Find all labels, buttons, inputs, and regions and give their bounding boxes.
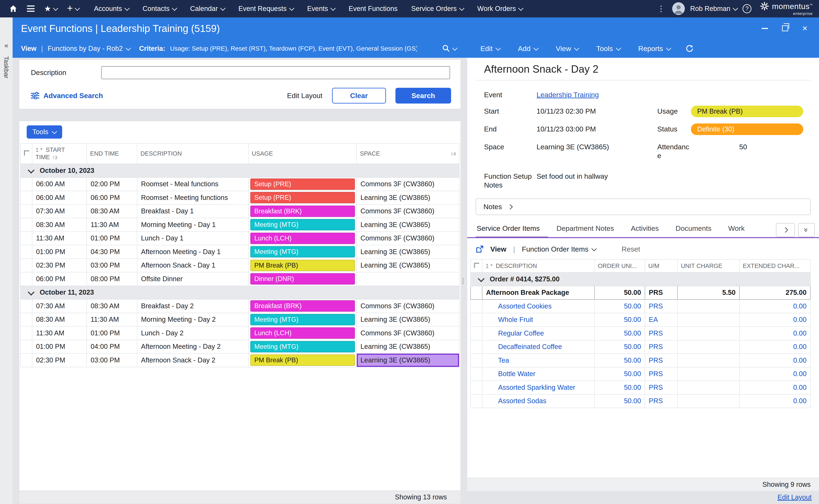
cell-usage[interactable]: Dinner (DNR) — [248, 272, 357, 286]
cell-end-time[interactable]: 01:00 PM — [87, 232, 137, 245]
row-selector-cell[interactable] — [471, 354, 482, 367]
cell-usage[interactable]: PM Break (PB) — [248, 259, 357, 272]
row-selector-cell[interactable] — [21, 245, 32, 259]
row-selector-cell[interactable] — [21, 205, 32, 218]
cell-space[interactable]: Learning 3E (CW3865) — [357, 259, 459, 272]
cell-end-time[interactable]: 04:30 PM — [87, 245, 137, 259]
date-group-row[interactable]: October 10, 2023 — [21, 164, 459, 177]
view-menu[interactable]: View — [21, 45, 36, 53]
cell-start-time[interactable]: 07:30 AM — [32, 299, 87, 313]
col-order-units[interactable]: ORDER UNI... — [595, 259, 645, 272]
cell-space[interactable]: Learning 3E (CW3865) — [357, 191, 459, 205]
cell-start-time[interactable]: 08:30 AM — [32, 313, 87, 327]
col-description[interactable]: 1 *DESCRIPTION — [482, 259, 595, 272]
function-row[interactable]: 01:00 PM04:00 PMAfternoon Meeting - Day … — [21, 340, 459, 354]
cell-unit-charge[interactable] — [677, 367, 739, 381]
cell-description[interactable]: Lunch - Day 1 — [137, 232, 248, 245]
function-row[interactable]: 02:30 PM03:00 PMAfternoon Snack - Day 2P… — [21, 353, 459, 367]
cell-start-time[interactable]: 07:30 AM — [32, 205, 87, 218]
cell-item-description[interactable]: Assorted Cookies — [482, 299, 595, 313]
cell-space[interactable]: Learning 3E (CW3865) — [357, 340, 459, 354]
row-selector-cell[interactable] — [21, 272, 32, 286]
cell-end-time[interactable]: 04:00 PM — [87, 340, 137, 354]
cell-end-time[interactable]: 03:00 PM — [87, 259, 137, 272]
function-row[interactable]: 07:30 AM08:30 AMBreakfast - Day 1Breakfa… — [21, 205, 459, 218]
cell-description[interactable]: Morning Meeting - Day 2 — [137, 313, 248, 327]
restore-icon[interactable] — [782, 25, 788, 31]
cell-item-description[interactable]: Assorted Sodas — [482, 394, 595, 408]
cell-end-time[interactable]: 06:00 PM — [87, 191, 137, 205]
quick-add-button[interactable]: + — [62, 0, 84, 17]
row-selector-cell[interactable] — [471, 394, 482, 408]
col-start-time[interactable]: 1 *START TIME↑3 — [32, 143, 87, 164]
tab-department-notes[interactable]: Department Notes — [548, 224, 622, 237]
cell-extended-charge[interactable]: 0.00 — [739, 381, 810, 394]
function-row[interactable]: 11:30 AM01:00 PMLunch - Day 1Lunch (LCH)… — [21, 232, 459, 245]
function-row[interactable]: 08:30 AM11:30 AMMorning Meeting - Day 2M… — [21, 313, 459, 327]
cell-order-units[interactable]: 50.00 — [595, 367, 645, 381]
cell-description[interactable]: Afternoon Meeting - Day 2 — [137, 340, 248, 354]
cell-space[interactable]: Commons 3F (CW3860) — [357, 205, 459, 218]
tab-activities[interactable]: Activities — [622, 224, 667, 237]
cell-extended-charge[interactable]: 0.00 — [739, 327, 810, 340]
cell-description[interactable]: Offsite Dinner — [137, 272, 248, 286]
cell-space[interactable] — [357, 272, 459, 286]
cell-end-time[interactable]: 08:00 PM — [87, 272, 137, 286]
row-selector-cell[interactable] — [21, 218, 32, 232]
cell-end-time[interactable]: 01:00 PM — [87, 326, 137, 340]
cell-space[interactable]: Learning 3E (CW3865) — [357, 353, 459, 367]
cell-description[interactable]: Afternoon Snack - Day 2 — [137, 353, 248, 367]
cell-start-time[interactable]: 01:00 PM — [32, 340, 87, 354]
cell-item-description[interactable]: Decaffeinated Coffee — [482, 340, 595, 354]
cell-end-time[interactable]: 08:30 AM — [87, 205, 137, 218]
event-link[interactable]: Leadership Training — [537, 91, 599, 99]
edit-layout-link[interactable]: Edit Layout — [777, 493, 812, 501]
cell-start-time[interactable]: 11:30 AM — [32, 326, 87, 340]
minimize-icon[interactable] — [762, 28, 768, 29]
date-group-row[interactable]: October 11, 2023 — [21, 286, 459, 299]
select-all-header[interactable] — [21, 143, 32, 164]
cell-um[interactable]: PRS — [645, 340, 677, 354]
open-in-new-icon[interactable] — [476, 245, 484, 253]
order-item-row[interactable]: Assorted Sparkling Water50.00PRS0.00 — [471, 381, 810, 394]
cell-usage[interactable]: Meeting (MTG) — [248, 245, 357, 259]
close-icon[interactable]: × — [802, 24, 807, 33]
cell-item-description[interactable]: Whole Fruit — [482, 313, 595, 327]
cell-order-units[interactable]: 50.00 — [595, 286, 645, 300]
order-item-row[interactable]: Decaffeinated Coffee50.00PRS0.00 — [471, 340, 810, 354]
tools-button[interactable]: Tools — [27, 125, 62, 139]
cell-usage[interactable]: Setup (PRE) — [248, 177, 357, 191]
expand-tabs-button[interactable]: » — [798, 223, 815, 237]
avatar[interactable] — [672, 2, 685, 15]
cell-end-time[interactable]: 08:30 AM — [87, 299, 137, 313]
cell-description[interactable]: Morning Meeting - Day 1 — [137, 218, 248, 232]
order-group-row[interactable]: Order # 0414, $275.00 — [471, 272, 810, 286]
order-item-row[interactable]: Afternoon Break Package50.00PRS5.50275.0… — [471, 286, 810, 300]
tab-work[interactable]: Work — [720, 224, 753, 237]
cell-extended-charge[interactable]: 275.00 — [739, 286, 810, 300]
cell-item-description[interactable]: Bottle Water — [482, 367, 595, 381]
col-unit-charge[interactable]: UNIT CHARGE — [677, 259, 739, 272]
order-view-selector[interactable]: Function Order Items — [522, 245, 596, 253]
tab-scroll-right-button[interactable] — [776, 223, 795, 237]
cell-space[interactable]: Commons 3F (CW3860) — [357, 177, 459, 191]
cell-unit-charge[interactable] — [677, 381, 739, 394]
cell-um[interactable]: PRS — [645, 394, 677, 408]
cell-start-time[interactable]: 08:30 AM — [32, 218, 87, 232]
cell-unit-charge[interactable] — [677, 340, 739, 354]
row-selector-cell[interactable] — [471, 327, 482, 340]
row-selector-cell[interactable] — [471, 381, 482, 394]
nav-item-event-functions[interactable]: Event Functions — [342, 0, 404, 17]
collapse-chevron-icon[interactable] — [28, 167, 34, 174]
cell-usage[interactable]: Setup (PRE) — [248, 191, 357, 205]
col-um[interactable]: U/M — [645, 259, 677, 272]
row-selector-cell[interactable] — [471, 286, 482, 300]
criteria-value[interactable]: Usage: Setup (PRE), Reset (RST), Teardow… — [170, 45, 417, 52]
row-selector-cell[interactable] — [21, 353, 32, 367]
cell-usage[interactable]: Breakfast (BRK) — [248, 205, 357, 218]
nav-item-work-orders[interactable]: Work Orders — [470, 0, 530, 17]
cell-unit-charge[interactable] — [677, 327, 739, 340]
order-item-row[interactable]: Whole Fruit50.00EA0.00 — [471, 313, 810, 327]
cell-unit-charge[interactable] — [677, 394, 739, 408]
cell-extended-charge[interactable]: 0.00 — [739, 394, 810, 408]
